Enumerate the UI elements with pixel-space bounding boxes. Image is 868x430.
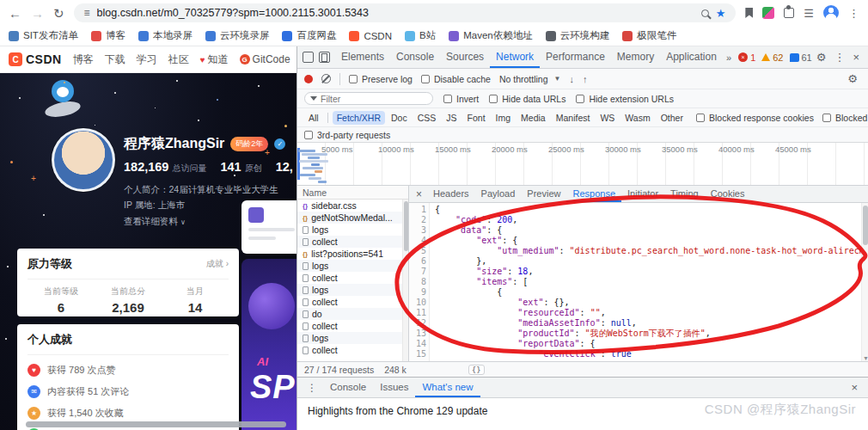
extensions-puzzle-icon[interactable] <box>784 8 794 18</box>
response-tab-headers[interactable]: Headers <box>427 186 475 202</box>
drawer-close-icon[interactable]: × <box>846 381 863 394</box>
request-row[interactable]: {}sidebar.css <box>297 200 408 212</box>
back-icon[interactable]: ← <box>9 7 21 20</box>
filter-chip-fetch-xhr[interactable]: Fetch/XHR <box>333 111 385 125</box>
clear-icon[interactable] <box>321 74 331 83</box>
filter-chip-all[interactable]: All <box>304 111 323 125</box>
more-tabs-icon[interactable]: » <box>724 52 734 63</box>
response-json[interactable]: { "code": 200, "data": { "ext": { "utm_m… <box>430 203 868 361</box>
site-nav-item-[interactable]: 学习 <box>137 52 157 67</box>
filter-input[interactable] <box>321 94 427 104</box>
scroll-down-icon[interactable]: ▼ <box>863 355 868 361</box>
horizontal-scrollbar[interactable] <box>0 421 296 428</box>
filter-chip-manifest[interactable]: Manifest <box>552 111 595 125</box>
filter-chip-img[interactable]: Img <box>492 111 516 125</box>
bookmark-item[interactable]: 云环境构建 <box>546 29 610 42</box>
csdn-logo[interactable]: C CSDN <box>9 52 62 66</box>
zoom-icon[interactable] <box>701 9 709 17</box>
close-panel-icon[interactable]: × <box>411 188 427 200</box>
request-row[interactable]: logs <box>297 260 408 272</box>
checkbox-icon[interactable] <box>822 114 831 122</box>
devtools-tab-memory[interactable]: Memory <box>611 46 660 68</box>
export-har-icon[interactable]: ↑ <box>583 74 588 84</box>
ad-card[interactable]: AI SP <box>241 259 296 430</box>
filter-chip-media[interactable]: Media <box>517 111 550 125</box>
site-nav-item-[interactable]: 博客 <box>73 52 94 67</box>
throttling-dropdown[interactable]: No throttling ▼ <box>499 74 561 84</box>
browser-profile-avatar[interactable] <box>823 5 839 21</box>
scrollbar-thumb[interactable] <box>404 201 408 251</box>
devtools-tab-network[interactable]: Network <box>490 46 540 68</box>
browser-menu-icon[interactable]: ⋮ <box>848 7 859 20</box>
devtools-menu-icon[interactable]: ⋮ <box>830 51 848 64</box>
response-tab-initiator[interactable]: Initiator <box>621 186 664 202</box>
blocked-cookies-checkbox[interactable]: Blocked response cookies <box>696 113 814 123</box>
drawer-tab-issues[interactable]: Issues <box>373 378 415 397</box>
devtools-tab-performance[interactable]: Performance <box>540 46 611 68</box>
checkbox-icon[interactable] <box>349 75 358 83</box>
inspect-icon[interactable] <box>303 52 314 63</box>
requests-scrollbar[interactable] <box>402 200 408 361</box>
bookmark-item[interactable]: 云环境录屏 <box>205 29 270 42</box>
devtools-error-badge[interactable]: ×1 <box>738 52 755 63</box>
devtools-tab-application[interactable]: Application <box>660 46 723 68</box>
bookmark-item[interactable]: B站 <box>405 29 436 42</box>
request-row[interactable]: collect <box>297 344 408 356</box>
devtools-issue-badge[interactable]: 61 <box>790 52 812 63</box>
disable-cache-checkbox[interactable]: Disable cache <box>421 74 491 84</box>
record-icon[interactable] <box>304 75 313 83</box>
name-column-header[interactable]: Name <box>297 186 408 200</box>
url-text[interactable]: blog.csdn.net/m0_70325779?spm=1000.2115.… <box>97 7 694 19</box>
scrollbar-thumb[interactable] <box>26 421 286 427</box>
request-row[interactable]: logs <box>297 284 408 296</box>
checkbox-icon[interactable] <box>576 95 584 103</box>
request-row[interactable]: collect <box>297 236 408 248</box>
site-nav-item-[interactable]: 下载 <box>105 52 125 67</box>
bookmark-item[interactable]: CSDN <box>349 31 392 41</box>
checkbox-icon[interactable] <box>443 95 452 103</box>
filter-chip-js[interactable]: JS <box>442 111 461 125</box>
invert-checkbox[interactable]: Invert <box>443 94 479 104</box>
bookmark-item[interactable]: Maven依赖地址 <box>449 29 533 42</box>
import-har-icon[interactable]: ↓ <box>569 74 574 84</box>
forward-icon[interactable]: → <box>31 7 44 20</box>
request-row[interactable]: logs <box>297 332 408 344</box>
response-tab-payload[interactable]: Payload <box>475 186 522 202</box>
site-settings-icon[interactable]: ≡ <box>84 7 90 19</box>
bookmark-item[interactable]: 百度网盘 <box>282 29 336 42</box>
filter-chip-wasm[interactable]: Wasm <box>620 111 654 125</box>
response-tab-timing[interactable]: Timing <box>664 186 705 202</box>
blocked-requests-checkbox[interactable]: Blocked requests <box>822 113 868 123</box>
request-row[interactable]: collect <box>297 296 408 308</box>
view-details-link[interactable]: 查看详细资料∨ <box>124 216 186 228</box>
preserve-log-checkbox[interactable]: Preserve log <box>349 74 413 84</box>
drawer-tab-what-s-new[interactable]: What's new <box>415 378 480 397</box>
request-row[interactable]: collect <box>297 320 408 332</box>
site-nav-item-gitcode[interactable]: GGitCode <box>240 53 290 65</box>
response-scrollbar[interactable]: ▼ <box>861 203 868 361</box>
filter-chip-font[interactable]: Font <box>463 111 490 125</box>
request-row[interactable]: do <box>297 308 408 320</box>
filter-chip-css[interactable]: CSS <box>413 111 441 125</box>
site-nav-item-[interactable]: ♥知道 <box>200 52 229 67</box>
network-timeline[interactable]: 5000 ms10000 ms15000 ms20000 ms25000 ms3… <box>297 143 868 186</box>
drawer-menu-icon[interactable]: ⋮ <box>303 382 321 394</box>
request-row[interactable]: {}getNotShowMedal... <box>297 212 408 224</box>
bookmark-item[interactable]: 博客 <box>91 29 125 42</box>
bookmark-ribbon-icon[interactable] <box>745 8 753 18</box>
hide-data-urls-checkbox[interactable]: Hide data URLs <box>489 94 565 104</box>
checkbox-icon[interactable] <box>304 131 313 139</box>
filter-chip-ws[interactable]: WS <box>596 111 619 125</box>
network-settings-icon[interactable]: ⚙ <box>844 72 861 85</box>
side-panel-icon[interactable]: ☰ <box>804 7 814 20</box>
devtools-settings-icon[interactable]: ⚙ <box>813 51 830 64</box>
response-tab-response[interactable]: Response <box>566 186 621 202</box>
site-nav-item-[interactable]: 社区 <box>168 52 189 67</box>
bookmark-star-icon[interactable]: ★ <box>716 7 726 20</box>
scrollbar-thumb[interactable] <box>863 206 868 245</box>
hide-extension-urls-checkbox[interactable]: Hide extension URLs <box>576 94 674 104</box>
filter-chip-other[interactable]: Other <box>657 111 688 125</box>
response-tab-cookies[interactable]: Cookies <box>705 186 751 202</box>
bookmark-item[interactable]: SIT发布清单 <box>9 29 78 42</box>
bookmark-item[interactable]: 本地录屏 <box>138 29 193 42</box>
